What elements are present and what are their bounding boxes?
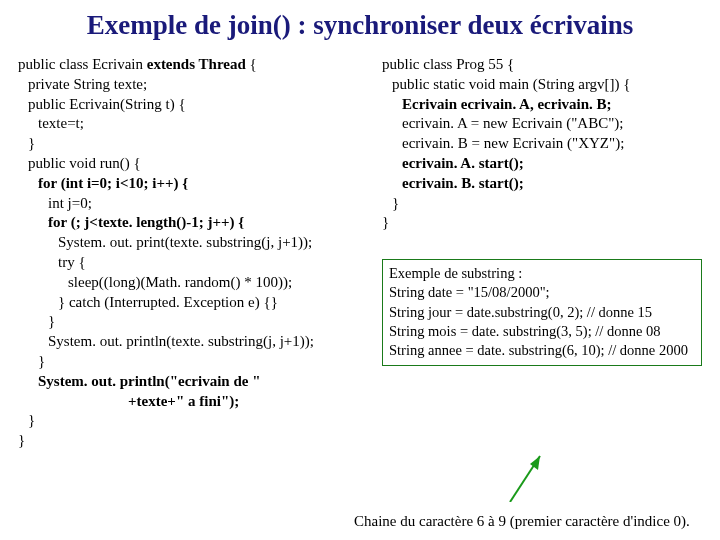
t: public class Prog 55 { [382,55,702,75]
t: String jour = date.substring(0, 2); // d… [389,303,695,322]
t: } [382,194,702,214]
t: ecrivain. A = new Ecrivain ("ABC"); [382,114,702,134]
t: +texte+" a fini"); [18,392,368,412]
t: } [18,134,368,154]
t: } [382,213,702,233]
t: Ecrivain ecrivain. A, ecrivain. B; [382,95,702,115]
t: } [18,352,368,372]
t: String annee = date. substring(6, 10); /… [389,341,695,360]
t: public static void main (String argv[]) … [382,75,702,95]
t: String date = "15/08/2000"; [389,283,695,302]
arrow-icon [502,452,562,502]
t: ecrivain. B = new Ecrivain ("XYZ"); [382,134,702,154]
t: Exemple de substring : [389,264,695,283]
example-box: Exemple de substring : String date = "15… [382,259,702,365]
t: for (int i=0; i<10; i++) { [18,174,368,194]
t: public void run() { [18,154,368,174]
t: ecrivain. A. start(); [382,154,702,174]
t: } catch (Interrupted. Exception e) {} [18,293,368,313]
page-title: Exemple de join() : synchroniser deux éc… [18,10,702,41]
code-right: public class Prog 55 { public static voi… [382,55,702,451]
caption: Chaine du caractère 6 à 9 (premier carac… [354,513,690,530]
t: try { [18,253,368,273]
columns: public class Ecrivain extends Thread { p… [18,55,702,451]
t: texte=t; [18,114,368,134]
t: extends Thread [147,56,246,72]
t: private String texte; [18,75,368,95]
code-left: public class Ecrivain extends Thread { p… [18,55,368,451]
t: public class Ecrivain [18,56,147,72]
t: ecrivain. B. start(); [382,174,702,194]
t: sleep((long)(Math. random() * 100)); [18,273,368,293]
t: System. out. print(texte. substring(j, j… [18,233,368,253]
t: int j=0; [18,194,368,214]
t: } [18,411,368,431]
t: String mois = date. substring(3, 5); // … [389,322,695,341]
t: System. out. println("ecrivain de " [18,372,368,392]
t: public Ecrivain(String t) { [18,95,368,115]
t: { [246,56,257,72]
t: for (; j<texte. length()-1; j++) { [18,213,368,233]
t: } [18,431,368,451]
t: System. out. println(texte. substring(j,… [18,332,368,352]
t: } [18,312,368,332]
